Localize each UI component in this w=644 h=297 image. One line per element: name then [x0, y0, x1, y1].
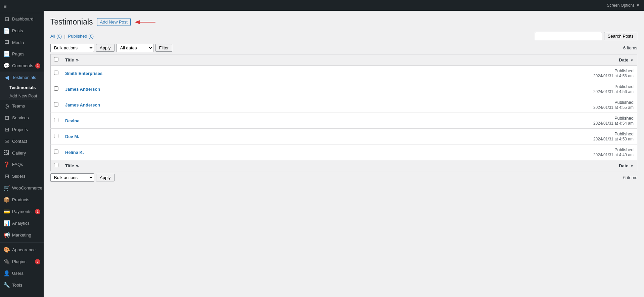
sidebar-item-analytics[interactable]: 📊 Analytics [0, 217, 44, 229]
sidebar-item-media[interactable]: 🖼 Media [0, 37, 44, 48]
submenu-testimonials[interactable]: Testimonials [0, 83, 44, 92]
table-row: Dev M.Published2024/01/31 at 4:53 am [51, 129, 637, 144]
search-input[interactable] [535, 32, 602, 40]
select-all-checkbox[interactable] [54, 57, 58, 61]
row-title-cell: Helina K. [62, 144, 577, 160]
filter-links: All (6) | Published (6) [50, 34, 94, 39]
select-all-footer-checkbox[interactable] [54, 163, 58, 167]
sidebar-item-appearance[interactable]: 🎨 Appearance [0, 244, 44, 256]
add-new-post-button[interactable]: Add New Post [97, 18, 131, 26]
sidebar-item-posts[interactable]: 📄 Posts [0, 25, 44, 37]
sidebar: ⊞ ⊞ Dashboard 📄 Posts 🖼 Media 📃 Pages 💬 … [0, 0, 44, 297]
row-checkbox-4[interactable] [54, 134, 58, 138]
sliders-icon: ⊞ [3, 173, 10, 179]
sidebar-item-users[interactable]: 👤 Users [0, 267, 44, 279]
products-icon: 📦 [3, 197, 10, 203]
post-title-link[interactable]: James Anderson [65, 87, 100, 92]
sidebar-item-tools[interactable]: 🔧 Tools [0, 279, 44, 291]
date-status: Published [614, 100, 634, 105]
sidebar-label-media: Media [12, 40, 24, 45]
sidebar-item-products[interactable]: 📦 Products [0, 194, 44, 206]
post-title-link[interactable]: James Anderson [65, 102, 100, 108]
row-checkbox-2[interactable] [54, 102, 58, 107]
comments-icon: 💬 [3, 62, 10, 69]
bottom-items-count: 6 items [623, 175, 637, 180]
sidebar-item-contact[interactable]: ✉ Contact [0, 135, 44, 147]
table-header-row: Title ⇅ Date ▼ [51, 54, 637, 66]
testimonials-icon: ◀ [3, 74, 10, 81]
row-date-cell: Published2024/01/31 at 4:54 am [577, 113, 637, 129]
all-dates-select[interactable]: All dates [117, 44, 153, 52]
sidebar-item-marketing[interactable]: 📢 Marketing [0, 229, 44, 241]
date-status: Published [614, 131, 634, 136]
filter-published[interactable]: Published (6) [68, 34, 94, 39]
plugins-icon: 🔌 [3, 258, 10, 265]
sidebar-label-products: Products [12, 197, 29, 202]
sidebar-divider [0, 242, 44, 243]
sidebar-item-testimonials[interactable]: ◀ Testimonials [0, 72, 44, 83]
filter-button[interactable]: Filter [155, 44, 173, 52]
sidebar-item-plugins[interactable]: 🔌 Plugins 3 [0, 256, 44, 267]
date-value: 2024/01/31 at 4:54 am [593, 121, 634, 126]
table-footer-row: Title ⇅ Date ▼ [51, 160, 637, 171]
table-row: DevinaPublished2024/01/31 at 4:54 am [51, 113, 637, 129]
sidebar-item-sliders[interactable]: ⊞ Sliders [0, 170, 44, 182]
footer-checkbox-col [51, 160, 62, 171]
filter-all[interactable]: All (6) [50, 34, 62, 39]
screen-options-button[interactable]: Screen Options ▼ [607, 3, 640, 8]
row-date-cell: Published2024/01/31 at 4:53 am [577, 129, 637, 144]
top-bulk-actions-select[interactable]: Bulk actions Move to Trash [50, 44, 94, 52]
post-title-link[interactable]: Smith Enterprises [65, 71, 102, 76]
add-new-container: Add New Post [97, 18, 159, 26]
bottom-apply-button[interactable]: Apply [96, 174, 114, 181]
teams-icon: ◎ [3, 103, 10, 109]
row-checkbox-3[interactable] [54, 118, 58, 122]
red-arrow-annotation [132, 19, 159, 26]
title-sort-icon[interactable]: ⇅ [76, 58, 79, 62]
topbar: Screen Options ▼ [44, 0, 644, 11]
footer-title-sort-icon[interactable]: ⇅ [76, 164, 79, 168]
footer-date-label: Date [619, 163, 628, 168]
main-content: Screen Options ▼ Testimonials Add New Po… [44, 0, 644, 297]
sidebar-label-payments: Payments [12, 209, 32, 214]
sidebar-item-services[interactable]: ⊞ Services [0, 112, 44, 124]
sidebar-label-teams: Teams [12, 103, 25, 109]
header-checkbox-col [51, 54, 62, 66]
sidebar-item-teams[interactable]: ◎ Teams [0, 100, 44, 112]
sidebar-label-projects: Projects [12, 127, 28, 132]
row-checkbox-1[interactable] [54, 86, 58, 91]
sidebar-item-dashboard[interactable]: ⊞ Dashboard [0, 13, 44, 25]
search-posts-button[interactable]: Search Posts [604, 32, 637, 40]
sidebar-item-comments[interactable]: 💬 Comments 1 [0, 60, 44, 72]
footer-title-label: Title [65, 163, 74, 168]
date-sort-icon[interactable]: ▼ [630, 58, 634, 62]
row-checkbox-5[interactable] [54, 150, 58, 154]
media-icon: 🖼 [3, 39, 10, 45]
bottom-bulk-actions-select[interactable]: Bulk actions Move to Trash [50, 173, 94, 182]
submenu-add-new-post[interactable]: Add New Post [0, 92, 44, 100]
sidebar-item-faqs[interactable]: ❓ FAQs [0, 159, 44, 170]
row-date-cell: Published2024/01/31 at 4:56 am [577, 81, 637, 97]
date-value: 2024/01/31 at 4:53 am [593, 137, 634, 141]
gallery-icon: 🖼 [3, 150, 10, 156]
row-title-cell: James Anderson [62, 97, 577, 113]
arrow-svg [132, 19, 159, 26]
footer-date-sort-icon[interactable]: ▼ [630, 164, 634, 168]
projects-icon: ⊞ [3, 126, 10, 133]
sidebar-item-gallery[interactable]: 🖼 Gallery [0, 147, 44, 159]
sidebar-label-comments: Comments [12, 63, 33, 68]
top-apply-button[interactable]: Apply [96, 44, 114, 52]
footer-title-col: Title ⇅ [62, 160, 577, 171]
filter-search-row: All (6) | Published (6) Search Posts [50, 32, 637, 40]
row-checkbox-cell [51, 144, 62, 160]
post-title-link[interactable]: Helina K. [65, 150, 84, 155]
sidebar-item-pages[interactable]: 📃 Pages [0, 48, 44, 60]
sidebar-item-projects[interactable]: ⊞ Projects [0, 124, 44, 135]
post-title-link[interactable]: Dev M. [65, 134, 79, 139]
date-value: 2024/01/31 at 4:49 am [593, 153, 634, 157]
sidebar-item-payments[interactable]: 💳 Payments 1 [0, 206, 44, 217]
sidebar-item-woocommerce[interactable]: 🛒 WooCommerce [0, 182, 44, 194]
row-checkbox-0[interactable] [54, 71, 58, 75]
footer-date-col: Date ▼ [577, 160, 637, 171]
post-title-link[interactable]: Devina [65, 118, 80, 123]
